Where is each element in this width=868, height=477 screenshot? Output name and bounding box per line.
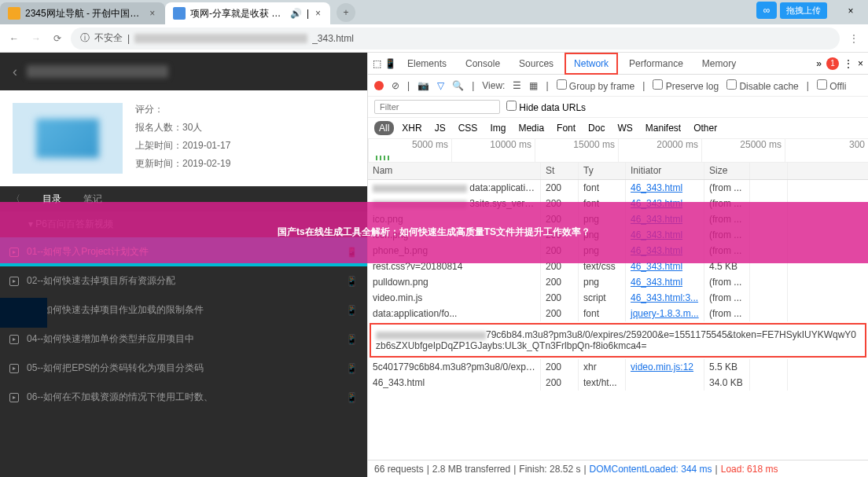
type-other[interactable]: Other bbox=[689, 121, 722, 135]
course-thumbnail[interactable] bbox=[13, 103, 123, 174]
offline-checkbox[interactable]: Offli bbox=[817, 79, 846, 92]
view-large-icon[interactable]: ▦ bbox=[529, 80, 538, 91]
type-css[interactable]: CSS bbox=[454, 121, 483, 135]
overlay-banner: 国产ts在线生成工具全解析：如何快速生成高质量TS文件并提升工作效率？ bbox=[0, 202, 868, 263]
table-row[interactable]: data:application/x-...200font46_343.html… bbox=[368, 180, 868, 196]
security-warning: 不安全 bbox=[94, 31, 123, 45]
table-row[interactable]: 46_343.html200text/ht...34.0 KB bbox=[368, 375, 868, 391]
lesson-item[interactable]: ▸05--如何把EPS的分类码转化为项目分类码📱 bbox=[0, 354, 367, 383]
table-row[interactable]: 5c401779c6b84.m3u8?pm3u8/0/expir...200xh… bbox=[368, 359, 868, 375]
group-checkbox[interactable]: Group by frame bbox=[557, 79, 635, 92]
tab-elements[interactable]: Elements bbox=[399, 54, 454, 73]
menu-button[interactable]: ⋮ bbox=[846, 30, 862, 47]
address-bar[interactable]: ⓘ 不安全 | _343.html bbox=[71, 28, 840, 50]
separator-icon: | bbox=[307, 8, 309, 19]
tab-console[interactable]: Console bbox=[458, 54, 508, 73]
lesson-item[interactable]: ▸02--如何快速去掉项目所有资源分配📱 bbox=[0, 266, 367, 295]
tab-performance[interactable]: Performance bbox=[621, 54, 691, 73]
type-manifest[interactable]: Manifest bbox=[641, 121, 686, 135]
back-button[interactable]: ← bbox=[6, 30, 22, 47]
reload-button[interactable]: ⟳ bbox=[50, 30, 64, 47]
phone-icon: 📱 bbox=[346, 305, 358, 316]
type-doc[interactable]: Doc bbox=[583, 121, 609, 135]
url-suffix: _343.html bbox=[312, 33, 354, 44]
mini-thumbnail[interactable] bbox=[0, 298, 47, 328]
play-icon: ▸ bbox=[9, 393, 19, 402]
updated-date: 更新时间：2019-02-19 bbox=[135, 157, 230, 171]
browser-tab[interactable]: 2345网址导航 - 开创中国百年品 × bbox=[0, 2, 165, 24]
table-row[interactable]: video.min.js200script46_343.html:3...(fr… bbox=[368, 290, 868, 306]
type-media[interactable]: Media bbox=[513, 121, 549, 135]
listed-date: 上架时间：2019-01-17 bbox=[135, 139, 230, 152]
course-title-blurred bbox=[27, 65, 168, 78]
inspect-icon[interactable]: ⬚ bbox=[373, 58, 381, 69]
record-button[interactable] bbox=[374, 81, 384, 90]
type-xhr[interactable]: XHR bbox=[397, 121, 426, 135]
lesson-item[interactable]: ▸06--如何在不加载资源的情况下使用工时数、📱 bbox=[0, 383, 367, 412]
lesson-item[interactable]: ▸03--如何快速去掉项目作业加载的限制条件📱 bbox=[0, 295, 367, 325]
tab-title: 2345网址导航 - 开创中国百年品 bbox=[25, 7, 143, 20]
table-header: NamStTyInitiatorSize bbox=[368, 163, 868, 180]
content-area: ‹ 评分： 报名人数：30人 上架时间：2019-01-17 更新时间：2019… bbox=[0, 53, 868, 477]
close-window-button[interactable]: × bbox=[833, 0, 868, 22]
filter-row: Hide data URLs bbox=[368, 97, 868, 118]
type-ws[interactable]: WS bbox=[612, 121, 637, 135]
course-header: ‹ bbox=[0, 53, 367, 90]
favicon bbox=[173, 7, 186, 20]
sound-icon[interactable]: 🔊 bbox=[290, 8, 302, 19]
browser-toolbar: ← → ⟳ ⓘ 不安全 | _343.html ⋮ bbox=[0, 24, 868, 53]
error-badge[interactable]: 1 bbox=[826, 57, 839, 70]
filter-input[interactable] bbox=[374, 100, 500, 114]
search-icon[interactable]: 🔍 bbox=[452, 80, 464, 91]
devtools-menu-icon[interactable]: ⋮ bbox=[844, 58, 853, 69]
camera-icon[interactable]: 📷 bbox=[417, 80, 429, 91]
play-icon: ▸ bbox=[9, 335, 19, 344]
url-blurred bbox=[134, 34, 307, 43]
table-row[interactable]: data:application/fo...200fontjquery-1.8.… bbox=[368, 306, 868, 321]
lesson-item[interactable]: ▸04--如何快速增加单价类型并应用项目中📱 bbox=[0, 325, 367, 354]
transfer-size: 2.8 MB transferred bbox=[432, 464, 510, 475]
preserve-checkbox[interactable]: Preserve log bbox=[653, 79, 719, 92]
tab-network[interactable]: Network bbox=[565, 53, 618, 75]
tab-memory[interactable]: Memory bbox=[694, 54, 744, 73]
phone-icon: 📱 bbox=[346, 334, 358, 345]
lesson-list: ▸01--如何导入Project计划文件📱 ▸02--如何快速去掉项目所有资源分… bbox=[0, 237, 367, 477]
close-icon[interactable]: × bbox=[148, 8, 157, 19]
info-icon[interactable]: ⓘ bbox=[80, 31, 90, 45]
devtools-panel: ⬚ 📱 Elements Console Sources Network Per… bbox=[367, 53, 868, 477]
close-icon[interactable]: × bbox=[314, 8, 322, 19]
devtools-tabs: ⬚ 📱 Elements Console Sources Network Per… bbox=[368, 53, 868, 75]
devtools-close-icon[interactable]: × bbox=[858, 58, 863, 69]
selected-request[interactable]: 79c6b84.m3u8?pm3u8/0/expires/259200&e=15… bbox=[370, 323, 866, 358]
request-count: 66 requests bbox=[374, 464, 424, 475]
type-filter-row: All XHR JS CSS Img Media Font Doc WS Man… bbox=[368, 118, 868, 139]
network-toolbar: ⊘ | 📷 ▽ 🔍 | View: ☰ ▦ | Group by frame |… bbox=[368, 75, 868, 97]
type-js[interactable]: JS bbox=[430, 121, 451, 135]
play-icon: ▸ bbox=[9, 277, 19, 286]
device-icon[interactable]: 📱 bbox=[384, 58, 396, 69]
load-time: Load: 618 ms bbox=[721, 464, 778, 475]
hide-data-checkbox[interactable]: Hide data URLs bbox=[506, 101, 586, 113]
back-arrow-icon[interactable]: ‹ bbox=[13, 64, 17, 80]
browser-tab[interactable]: 项网-分享就是收获 — 一起分 🔊 | × bbox=[165, 2, 330, 24]
type-img[interactable]: Img bbox=[485, 121, 510, 135]
cloud-icon: ∞ bbox=[756, 2, 777, 19]
timeline[interactable]: 5000 ms 10000 ms 15000 ms 20000 ms 25000… bbox=[368, 139, 868, 163]
dom-loaded-time: DOMContentLoaded: 344 ms bbox=[590, 464, 712, 475]
disable-cache-checkbox[interactable]: Disable cache bbox=[726, 79, 799, 92]
forward-button[interactable]: → bbox=[28, 30, 44, 47]
filter-icon[interactable]: ▽ bbox=[437, 80, 444, 91]
more-tabs-button[interactable]: » bbox=[816, 58, 822, 69]
view-list-icon[interactable]: ☰ bbox=[513, 80, 521, 91]
table-row[interactable]: pulldown.png200png46_343.html(from ... bbox=[368, 274, 868, 290]
type-all[interactable]: All bbox=[374, 121, 394, 135]
upload-label: 拖拽上传 bbox=[780, 2, 827, 19]
finish-time: Finish: 28.52 s bbox=[519, 464, 580, 475]
rating-label: 评分： bbox=[135, 103, 230, 116]
new-tab-button[interactable]: + bbox=[337, 3, 355, 22]
upload-widget[interactable]: ∞ 拖拽上传 bbox=[756, 2, 827, 19]
type-font[interactable]: Font bbox=[552, 121, 580, 135]
tab-sources[interactable]: Sources bbox=[511, 54, 561, 73]
clear-button[interactable]: ⊘ bbox=[392, 80, 399, 91]
page-content: ‹ 评分： 报名人数：30人 上架时间：2019-01-17 更新时间：2019… bbox=[0, 53, 367, 477]
